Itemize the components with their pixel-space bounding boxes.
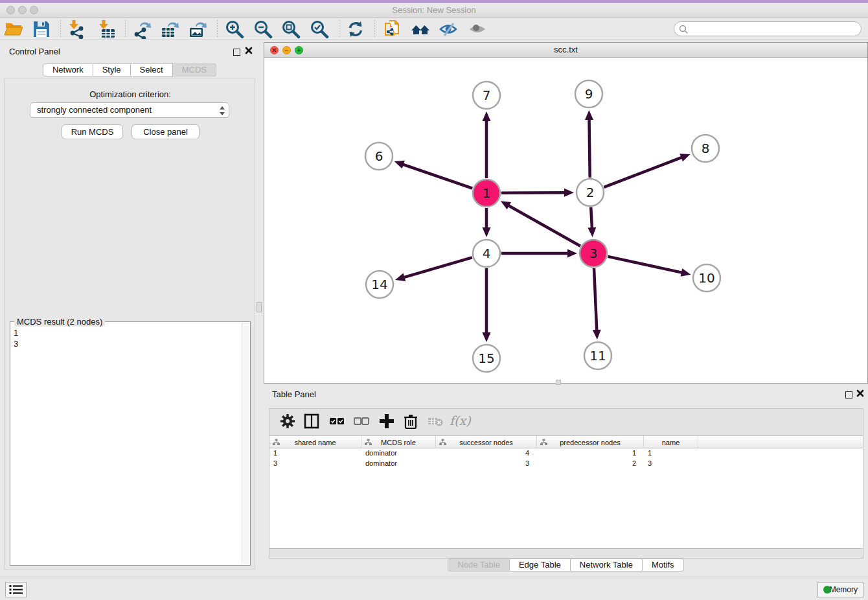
search-box[interactable] [674, 21, 862, 36]
arrowhead-1-2 [564, 189, 574, 197]
cell-name[interactable]: 3 [644, 459, 698, 469]
cell-MCDS-role[interactable]: dominator [361, 448, 436, 459]
import-table-icon[interactable] [97, 19, 117, 39]
show-columns-icon[interactable] [303, 412, 321, 430]
memory-button[interactable]: Memory [817, 582, 863, 597]
cell-shared-name[interactable]: 3 [269, 459, 361, 469]
column-header-name[interactable]: name [644, 436, 698, 448]
table-tab-motifs[interactable]: Motifs [643, 559, 684, 571]
refresh-icon[interactable] [346, 19, 365, 39]
cell-predecessor-nodes[interactable]: 2 [537, 459, 644, 469]
export-table-icon[interactable] [160, 19, 179, 39]
optimization-criterion-label: Optimization criterion: [5, 89, 256, 99]
window-minimize-icon[interactable] [18, 6, 27, 14]
mcds-result-text[interactable]: 1 3 [11, 326, 242, 564]
control-panel-tabs: NetworkStyleSelectMCDS [0, 63, 259, 76]
arrowhead-3-10 [681, 268, 691, 277]
tab-style[interactable]: Style [93, 63, 131, 76]
table-panel: Table Panel [264, 386, 868, 574]
network-minimize-icon[interactable]: − [282, 46, 291, 54]
memory-status-dot [823, 586, 831, 594]
toolbar-separator [125, 20, 126, 37]
tab-select[interactable]: Select [131, 63, 173, 76]
delete-row-icon[interactable] [402, 412, 420, 430]
edge-3-10[interactable] [608, 257, 683, 273]
table-tab-edge-table[interactable]: Edge Table [510, 559, 571, 571]
node-table[interactable]: shared nameMCDS rolesuccessor nodesprede… [269, 435, 863, 549]
window-close-icon[interactable] [6, 6, 15, 14]
criterion-select[interactable]: strongly connected component [30, 102, 229, 118]
edge-3-1[interactable] [507, 205, 580, 246]
tab-mcds[interactable]: MCDS [173, 63, 216, 76]
network-file-icon[interactable] [382, 19, 402, 39]
splitpane-grip-vertical[interactable] [257, 302, 262, 312]
zoom-selected-icon[interactable] [310, 19, 329, 39]
cell-successor-nodes[interactable]: 4 [436, 448, 537, 459]
graph-node-label-3: 3 [589, 246, 598, 261]
zoom-in-icon[interactable] [225, 19, 244, 39]
close-table-panel-icon[interactable] [856, 389, 864, 397]
edge-3-11[interactable] [594, 268, 597, 332]
import-network-icon[interactable] [67, 19, 87, 39]
zoom-fit-icon[interactable] [281, 19, 301, 39]
select-all-checkboxes-icon[interactable] [328, 412, 346, 430]
network-window-title: scc.txt [264, 43, 867, 57]
graph-node-label-4: 4 [483, 246, 491, 261]
column-header-successor-nodes[interactable]: successor nodes [436, 436, 537, 448]
deselect-all-checkboxes-icon[interactable] [352, 412, 371, 430]
show-eye-icon[interactable] [468, 19, 487, 39]
column-header-shared-name[interactable]: shared name [269, 436, 361, 448]
network-close-icon[interactable]: ✕ [270, 46, 279, 54]
network-window-titlebar: ✕ − + scc.txt [264, 43, 867, 58]
add-row-icon[interactable] [378, 412, 396, 430]
home-icon[interactable] [411, 19, 430, 39]
edge-4-14[interactable] [403, 257, 472, 277]
edge-1-2[interactable] [501, 192, 566, 193]
column-header-predecessor-nodes[interactable]: predecessor nodes [537, 436, 644, 448]
close-panel-button[interactable]: Close panel [131, 124, 200, 139]
float-table-panel-icon[interactable] [845, 389, 852, 401]
edge-2-8[interactable] [604, 157, 683, 187]
result-scrollbar[interactable] [242, 323, 249, 564]
search-input[interactable] [690, 23, 857, 35]
settings-gear-icon[interactable] [279, 412, 297, 430]
splitpane-grip-horizontal[interactable] [556, 380, 561, 385]
function-builder-icon: f(x) [450, 412, 477, 430]
graph-node-label-6: 6 [375, 148, 383, 164]
edge-2-9[interactable] [589, 118, 589, 178]
arrowhead-4-14 [395, 273, 405, 281]
graph-node-label-9: 9 [585, 86, 593, 102]
cell-MCDS-role[interactable]: dominator [361, 459, 436, 469]
cell-shared-name[interactable]: 1 [269, 448, 361, 459]
cell-predecessor-nodes[interactable]: 1 [537, 448, 644, 459]
zoom-out-icon[interactable] [253, 19, 273, 39]
window-zoom-icon[interactable] [30, 6, 38, 14]
save-session-icon[interactable] [32, 19, 51, 39]
run-mcds-button[interactable]: Run MCDS [62, 124, 123, 139]
table-panel-tabs: Node TableEdge TableNetwork TableMotifs [264, 559, 868, 571]
network-view-window: ✕ − + scc.txt 7968124314101511 [264, 42, 868, 384]
cell-successor-nodes[interactable]: 3 [436, 459, 537, 469]
table-tab-network-table[interactable]: Network Table [571, 559, 643, 571]
float-panel-icon[interactable] [233, 47, 240, 58]
hide-eye-icon[interactable] [439, 19, 458, 39]
table-row[interactable]: 1dominator411 [269, 448, 863, 459]
network-zoom-icon[interactable]: + [295, 46, 303, 54]
export-network-icon[interactable] [132, 19, 152, 39]
column-header-MCDS-role[interactable]: MCDS role [361, 436, 436, 448]
table-tab-node-table[interactable]: Node Table [448, 559, 510, 571]
network-graph-canvas[interactable]: 7968124314101511 [264, 58, 867, 384]
close-panel-icon[interactable] [245, 47, 253, 54]
export-image-icon[interactable] [188, 19, 207, 39]
select-spinner-icon [218, 105, 226, 117]
toolbar-separator [374, 20, 375, 37]
mcds-panel: Optimization criterion: strongly connect… [4, 78, 255, 570]
cell-name[interactable]: 1 [644, 448, 698, 459]
edge-1-6[interactable] [402, 164, 472, 189]
open-session-icon[interactable] [4, 19, 23, 39]
task-history-button[interactable] [5, 582, 27, 597]
mcds-result-box: MCDS result (2 nodes) 1 3 [10, 321, 251, 566]
edge-2-3[interactable] [591, 207, 592, 229]
table-row[interactable]: 3dominator323 [269, 459, 863, 469]
tab-network[interactable]: Network [43, 63, 93, 76]
